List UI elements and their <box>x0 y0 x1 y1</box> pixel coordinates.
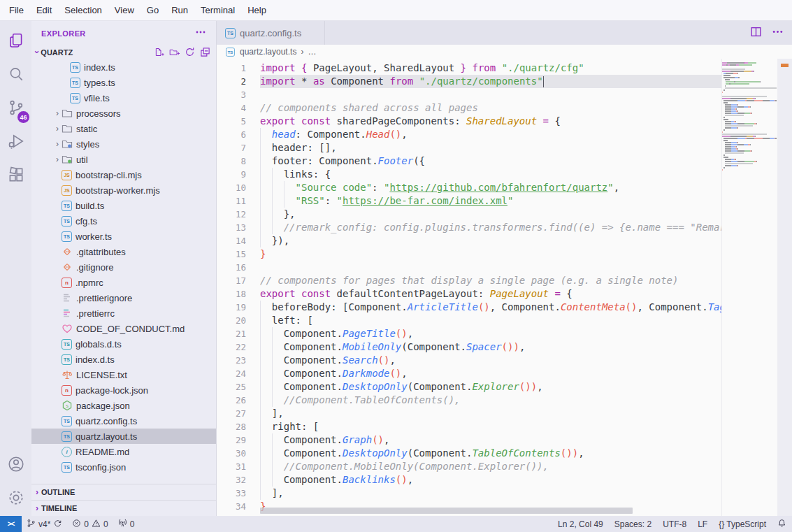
tree-item-index.d.ts[interactable]: TSindex.d.ts <box>31 352 216 367</box>
tree-item-LICENSE.txt[interactable]: LICENSE.txt <box>31 367 216 382</box>
code-line-25: 25Component.DesktopOnly(Component.Explor… <box>217 380 721 394</box>
tree-item-.prettierignore[interactable]: .prettierignore <box>31 290 216 305</box>
tree-item-.gitattributes[interactable]: .gitattributes <box>31 244 216 259</box>
refresh-icon[interactable] <box>185 47 195 59</box>
minimap[interactable] <box>721 59 777 516</box>
git-branch-status[interactable]: v4* <box>22 516 67 532</box>
radio-tower-icon <box>118 519 127 530</box>
file-name: index.ts <box>84 62 115 73</box>
encoding-setting[interactable]: UTF-8 <box>657 519 692 529</box>
tree-item-worker.ts[interactable]: TSworker.ts <box>31 229 216 244</box>
tree-item-.gitignore[interactable]: .gitignore <box>31 259 216 275</box>
run-debug-activity-button[interactable] <box>0 126 31 159</box>
tree-item-cfg.ts[interactable]: TScfg.ts <box>31 213 216 229</box>
tree-item-package.json[interactable]: Spackage.json <box>31 398 216 413</box>
code-lines[interactable]: 1import { PageLayout, SharedLayout } fro… <box>217 62 721 513</box>
tree-item-types.ts[interactable]: TStypes.ts <box>31 75 216 90</box>
line-number: 32 <box>217 473 246 487</box>
menu-run[interactable]: Run <box>165 2 194 18</box>
horizontal-scrollbar[interactable] <box>260 508 633 514</box>
line-number: 19 <box>217 301 246 314</box>
timeline-section[interactable]: › TIMELINE <box>31 500 216 516</box>
code-line-4: 4// components shared across all pages <box>217 101 721 115</box>
workspace-section-header[interactable]: › QUARTZ <box>31 45 216 59</box>
cursor-position[interactable]: Ln 2, Col 49 <box>552 519 609 529</box>
language-mode[interactable]: {} TypeScript <box>713 519 772 529</box>
files-icon <box>7 31 25 52</box>
tree-item-README.md[interactable]: iREADME.md <box>31 444 216 459</box>
new-folder-button[interactable] <box>169 47 180 59</box>
breadcrumb[interactable]: TS quartz.layout.ts › … <box>217 45 792 59</box>
tree-item-quartz.config.ts[interactable]: TSquartz.config.ts <box>31 413 216 429</box>
explorer-activity-button[interactable] <box>0 25 31 59</box>
tree-item-bootstrap-cli.mjs[interactable]: JSbootstrap-cli.mjs <box>31 167 216 182</box>
line-number: 6 <box>217 128 246 141</box>
heart-icon <box>62 323 73 334</box>
tree-item-.prettierrc[interactable]: .prettierrc <box>31 305 216 321</box>
ts-file-icon: TS <box>62 462 72 473</box>
code-line-5: 5export const sharedPageComponents: Shar… <box>217 115 721 128</box>
split-editor-button[interactable] <box>750 26 762 41</box>
ts-file-icon: TS <box>62 201 72 211</box>
activity-bar: 46 <box>0 21 31 516</box>
tree-item-CODE-OF-CONDUCT.md[interactable]: CODE_OF_CONDUCT.md <box>31 321 216 336</box>
explorer-more-actions-button[interactable] <box>195 27 206 40</box>
file-name: package.json <box>76 401 130 411</box>
tree-item-static[interactable]: ›static <box>31 121 216 136</box>
search-activity-button[interactable] <box>0 59 31 92</box>
problems-status[interactable]: 0 0 <box>67 516 113 532</box>
editor-more-actions-button[interactable] <box>772 26 784 41</box>
accounts-button[interactable] <box>0 449 31 482</box>
tree-item-package-lock.json[interactable]: npackage-lock.json <box>31 382 216 398</box>
code-line-21: 21Component.PageTitle(), <box>217 327 721 340</box>
tree-item-build.ts[interactable]: TSbuild.ts <box>31 198 216 213</box>
explorer-sidebar: EXPLORER › QUARTZ TSindex.tsTStypes.tsTS… <box>31 21 217 516</box>
menu-go[interactable]: Go <box>141 2 165 18</box>
warnings-icon <box>92 519 101 530</box>
menu-help[interactable]: Help <box>241 2 273 18</box>
tree-item-util[interactable]: ›util <box>31 152 216 167</box>
menu-view[interactable]: View <box>108 2 141 18</box>
menu-selection[interactable]: Selection <box>58 2 108 18</box>
ports-status[interactable]: 0 <box>113 516 140 532</box>
file-name: bootstrap-worker.mjs <box>75 185 160 196</box>
tree-item-bootstrap-worker.mjs[interactable]: JSbootstrap-worker.mjs <box>31 182 216 198</box>
code-editor[interactable]: 1import { PageLayout, SharedLayout } fro… <box>217 59 792 516</box>
tab-quartz.config.ts[interactable]: TSquartz.config.ts <box>217 21 325 45</box>
code-line-28: 28right: [ <box>217 420 721 433</box>
line-number: 15 <box>217 247 246 261</box>
breadcrumb-more[interactable]: … <box>308 47 316 57</box>
tree-item-tsconfig.json[interactable]: TStsconfig.json <box>31 459 216 475</box>
tree-item-styles[interactable]: ›styles <box>31 136 216 152</box>
sync-icon[interactable] <box>53 519 62 530</box>
overview-ruler-marker <box>781 64 789 67</box>
settings-button[interactable] <box>0 482 31 516</box>
tree-item-vfile.ts[interactable]: TSvfile.ts <box>31 90 216 106</box>
text-cursor <box>543 76 545 87</box>
tree-item-globals.d.ts[interactable]: TSglobals.d.ts <box>31 336 216 352</box>
file-name: .prettierrc <box>76 308 115 319</box>
source-control-activity-button[interactable]: 46 <box>0 92 31 126</box>
tree-item-quartz.layout.ts[interactable]: TSquartz.layout.ts <box>31 429 216 444</box>
new-file-button[interactable] <box>154 47 164 59</box>
code-line-30: 30Component.DesktopOnly(Component.TableO… <box>217 447 721 460</box>
notifications-bell-button[interactable] <box>772 519 792 530</box>
eol-setting[interactable]: LF <box>692 519 713 529</box>
tree-item-.npmrc[interactable]: n.npmrc <box>31 275 216 290</box>
menu-terminal[interactable]: Terminal <box>194 2 241 18</box>
file-tree: TSindex.tsTStypes.tsTSvfile.ts›processor… <box>31 59 216 475</box>
remote-indicator[interactable]: >< <box>0 516 22 532</box>
menu-file[interactable]: File <box>3 2 30 18</box>
indentation-setting[interactable]: Spaces: 2 <box>609 519 657 529</box>
tab-bar: TSquartz.config.tsTSquartz.layout.ts× <box>217 21 792 45</box>
ts-file-icon: TS <box>225 28 236 38</box>
menu-edit[interactable]: Edit <box>30 2 58 18</box>
npm-lock-file-icon: n <box>62 385 72 396</box>
line-number: 18 <box>217 287 246 301</box>
code-line-15: 15} <box>217 247 721 261</box>
outline-section[interactable]: › OUTLINE <box>31 484 216 500</box>
tree-item-index.ts[interactable]: TSindex.ts <box>31 59 216 75</box>
collapse-folders-icon[interactable] <box>200 47 210 59</box>
extensions-activity-button[interactable] <box>0 159 31 193</box>
tree-item-processors[interactable]: ›processors <box>31 106 216 121</box>
